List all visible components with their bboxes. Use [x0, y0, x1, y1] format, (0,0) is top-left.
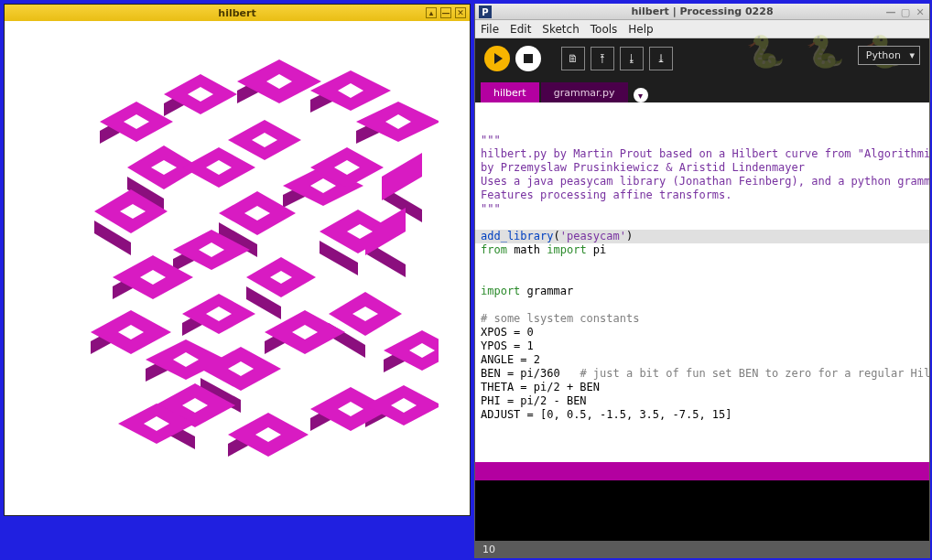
new-sketch-button[interactable]: 🗎 — [561, 47, 585, 70]
ide-minimize-button[interactable]: — — [885, 6, 896, 17]
tab-dropdown-button[interactable]: ▾ — [634, 88, 648, 102]
menu-file[interactable]: File — [481, 23, 499, 36]
ide-title-text: hilbert | Processing 0228 — [631, 5, 773, 17]
chevron-down-icon: ▾ — [638, 91, 643, 101]
toolbar: 🗎 ⭱ ⭳ ⤓ 🐍 🐍 🐍 Python — [475, 38, 929, 79]
status-bar — [475, 462, 929, 480]
python-logo-icon: 🐍 — [806, 33, 842, 70]
save-down-icon: ⭳ — [626, 52, 637, 65]
tab-hilbert[interactable]: hilbert — [481, 82, 539, 102]
ide-titlebar[interactable]: P hilbert | Processing 0228 — ▢ ✕ — [475, 4, 929, 20]
stop-icon — [524, 54, 533, 63]
new-file-icon: 🗎 — [568, 52, 579, 65]
output-titlebar[interactable]: hilbert ▴ — ✕ — [5, 5, 470, 21]
sketch-canvas[interactable] — [5, 21, 470, 515]
open-up-icon: ⭱ — [597, 52, 608, 65]
line-number-indicator: 10 — [482, 544, 495, 555]
python-logo-icon: 🐍 — [746, 33, 783, 70]
output-roll-up-button[interactable]: ▴ — [426, 7, 437, 18]
mode-selector-label: Python — [866, 49, 901, 61]
run-button[interactable] — [484, 46, 510, 71]
stop-button[interactable] — [515, 46, 541, 71]
menu-tools[interactable]: Tools — [591, 23, 618, 36]
tab-grammar-py[interactable]: grammar.py — [541, 82, 628, 102]
hilbert-output-window: hilbert ▴ — ✕ — [4, 4, 471, 516]
output-minimize-button[interactable]: — — [440, 7, 451, 18]
output-title-text: hilbert — [218, 7, 255, 19]
menu-help[interactable]: Help — [628, 23, 653, 36]
tab-bar: hilbert grammar.py ▾ — [475, 79, 929, 102]
save-button[interactable]: ⭳ — [620, 47, 644, 70]
code-content: """ hilbert.py by Martin Prout based on … — [475, 102, 929, 425]
open-button[interactable]: ⭱ — [591, 47, 614, 70]
tab-label: hilbert — [493, 87, 526, 99]
output-close-button[interactable]: ✕ — [455, 7, 466, 18]
processing-app-icon: P — [479, 5, 492, 18]
ide-maximize-button[interactable]: ▢ — [900, 6, 911, 17]
footer-bar: 10 — [475, 541, 929, 557]
tab-label: grammar.py — [554, 87, 615, 99]
ide-close-button[interactable]: ✕ — [915, 6, 926, 17]
code-editor[interactable]: """ hilbert.py by Martin Prout based on … — [475, 102, 929, 462]
play-icon — [494, 53, 503, 64]
console-output[interactable] — [475, 480, 929, 541]
export-icon: ⤓ — [656, 52, 666, 65]
menu-sketch[interactable]: Sketch — [542, 23, 579, 36]
mode-selector[interactable]: Python — [858, 46, 920, 65]
menu-edit[interactable]: Edit — [510, 23, 531, 36]
processing-ide-window: P hilbert | Processing 0228 — ▢ ✕ File E… — [474, 4, 930, 558]
hilbert-curve-render — [36, 48, 439, 488]
export-button[interactable]: ⤓ — [649, 47, 673, 70]
